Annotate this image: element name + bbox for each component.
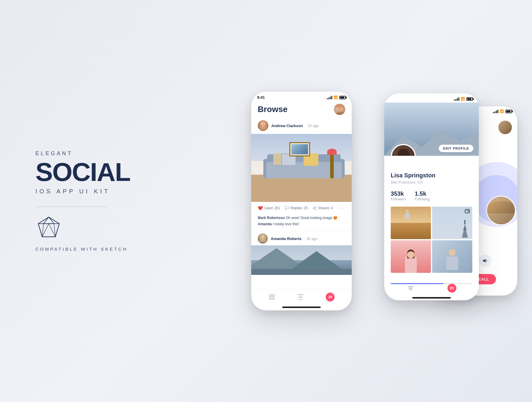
following-count: 1.5k: [415, 190, 430, 197]
browse-time: 9:41: [257, 95, 265, 100]
svg-marker-9: [483, 259, 486, 263]
comment-1: Mark Robertson Oh wow! Great looking ima…: [258, 215, 345, 221]
yoga-person: [403, 210, 412, 223]
speaker-btn[interactable]: [479, 255, 491, 267]
browse-title: Browse: [258, 105, 288, 114]
browse-home-nav[interactable]: [268, 294, 275, 301]
profile-phone: 📶 EDIT PROFILE Lisa Springston San Franc…: [384, 93, 479, 300]
shares-count: 4: [331, 206, 333, 210]
svg-marker-0: [38, 217, 59, 237]
browse-phone: 9:41 📶 Browse: [251, 92, 352, 310]
grid-photo-4[interactable]: [432, 240, 472, 273]
profile-home-bar: [412, 297, 451, 299]
following-label: Following: [415, 197, 430, 201]
shares-label: Shares: [318, 206, 329, 210]
ios-kit-label: IOS APP UI KIT: [35, 188, 148, 195]
profile-photo-grid: ▶: [391, 207, 472, 273]
post1-actions: ❤️ Liked 281 Replies 25 Shares 4: [251, 202, 352, 214]
profile-stats: 353k Followers 1.5k Following: [391, 190, 472, 201]
profile-name: Lisa Springston: [391, 172, 472, 179]
grid-photo-3[interactable]: [391, 240, 431, 273]
browse-bottom-nav: 20: [251, 289, 352, 305]
browse-header: Browse: [251, 101, 352, 119]
liked-label: Liked: [264, 206, 273, 210]
woman-figure: [405, 249, 417, 273]
post1-time: · 2h ago: [306, 124, 319, 128]
shares-action[interactable]: Shares 4: [312, 206, 333, 210]
svg-rect-17: [269, 298, 271, 299]
post2-image: [251, 245, 352, 275]
following-stat: 1.5k Following: [415, 190, 430, 201]
sketch-label: COMPATIBLE WITH SKETCH: [35, 247, 148, 252]
post1-user-row: Andrew Clarkson · 2h ago: [251, 119, 352, 134]
browse-filter-nav[interactable]: [298, 294, 304, 300]
elegant-label: ELEGANT: [35, 150, 148, 157]
browse-home-bar: [282, 307, 321, 308]
replies-label: Replies: [291, 206, 302, 210]
like-action[interactable]: ❤️ Liked 281: [258, 206, 280, 210]
svg-rect-18: [272, 298, 274, 299]
grid-photo-2[interactable]: ▶: [432, 207, 472, 239]
browse-status-bar: 9:41 📶: [251, 92, 352, 101]
profile-status-bar: 📶: [384, 93, 479, 103]
liked-count: 281: [274, 206, 280, 210]
svg-rect-16: [272, 295, 274, 296]
replies-count: 25: [304, 206, 308, 210]
svg-rect-15: [269, 295, 271, 296]
svg-line-14: [314, 207, 315, 208]
post1-avatar[interactable]: [258, 120, 268, 131]
replies-action[interactable]: Replies 25: [285, 206, 308, 210]
comment-2: Amanda I totally love this!: [258, 222, 345, 227]
profile-location: San Francisco, CA: [391, 180, 472, 184]
call-main-avatar: [486, 196, 516, 225]
svg-line-13: [314, 208, 315, 209]
post1-username: Andrew Clarkson: [271, 124, 303, 128]
svg-point-11: [313, 208, 314, 209]
edit-profile-button[interactable]: EDIT PROFILE: [439, 145, 473, 152]
profile-nav-badge[interactable]: 20: [447, 284, 456, 293]
profile-nav-filter[interactable]: [407, 285, 414, 292]
svg-point-10: [315, 206, 316, 208]
diamond-icon: [35, 216, 148, 241]
svg-marker-1: [43, 217, 54, 223]
followers-label: Followers: [391, 197, 406, 201]
profile-bottom-nav: 20: [384, 281, 479, 295]
post2-username: Amanda Roberts: [271, 236, 301, 241]
svg-point-12: [315, 209, 316, 210]
post1-image: [251, 134, 352, 202]
post2-avatar[interactable]: [258, 234, 268, 244]
followers-stat: 353k Followers: [391, 190, 406, 201]
phones-container: 📶 Rona Jameson rona.jameson@gmail.com 2:…: [204, 38, 514, 364]
profile-info: Lisa Springston San Francisco, CA 353k F…: [384, 156, 479, 278]
post2-user-row: Amanda Roberts · 3h ago: [251, 231, 352, 245]
browse-user-avatar[interactable]: [334, 104, 345, 115]
call-small-avatar: [498, 121, 512, 134]
browse-nav-badge[interactable]: 20: [326, 293, 335, 302]
comments-section: Mark Robertson Oh wow! Great looking ima…: [251, 214, 352, 231]
social-title: SOCIAL: [35, 159, 148, 185]
eiffel-tower-icon: [462, 220, 468, 238]
grid-photo-1[interactable]: [391, 207, 431, 239]
divider: [35, 207, 106, 207]
video-badge: ▶: [465, 209, 470, 213]
followers-count: 353k: [391, 190, 406, 197]
left-panel: ELEGANT SOCIAL IOS APP UI KIT COMPATIBLE…: [35, 150, 148, 252]
more-options[interactable]: ···: [340, 205, 345, 211]
profile-cover-photo: EDIT PROFILE: [384, 103, 479, 156]
